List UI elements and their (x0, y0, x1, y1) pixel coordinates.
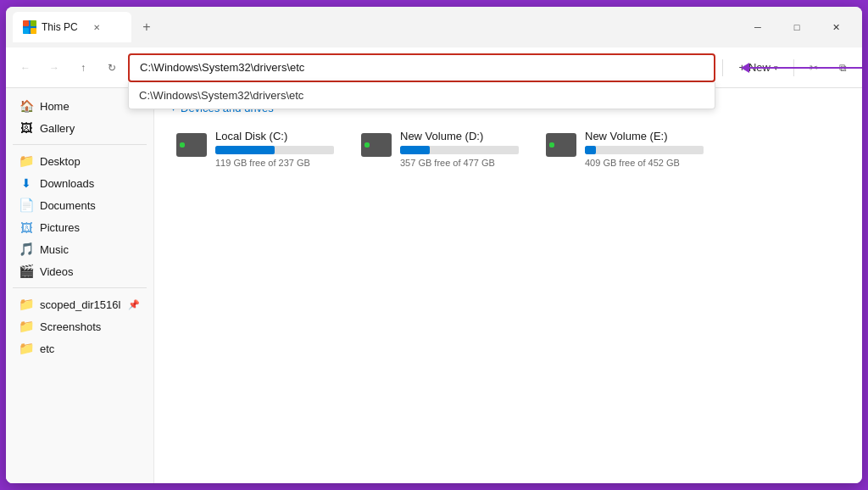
sidebar-item-pictures[interactable]: 🖼 Pictures 📌 (9, 216, 150, 238)
sidebar: 🏠 Home 🖼 Gallery 📁 Desktop 📌 ⬇ Downloads… (6, 88, 154, 483)
sidebar-item-downloads-label: Downloads (40, 177, 94, 190)
toolbar: ← → ↑ ↻ C:\Windows\System32\drivers\etc … (6, 47, 862, 88)
sidebar-item-pictures-label: Pictures (40, 221, 80, 234)
hdd-icon-e (546, 133, 576, 157)
sidebar-item-gallery[interactable]: 🖼 Gallery (9, 117, 150, 139)
title-bar: This PC ✕ + ─ □ ✕ (6, 7, 862, 47)
drive-e-space: 409 GB free of 452 GB (585, 158, 704, 168)
arrow-line (749, 67, 862, 69)
scoped-folder-icon: 📁 (19, 298, 33, 311)
drive-d-item[interactable]: New Volume (D:) 357 GB free of 477 GB (356, 125, 524, 173)
sidebar-divider-1 (13, 144, 147, 145)
drive-c-icon (176, 130, 207, 160)
drive-d-bar-container (400, 146, 519, 154)
explorer-window: This PC ✕ + ─ □ ✕ ← → ↑ ↻ (6, 7, 862, 483)
maximize-button[interactable]: □ (777, 14, 816, 41)
etc-folder-icon: 📁 (19, 342, 33, 355)
sidebar-item-desktop-label: Desktop (40, 155, 81, 168)
desktop-icon: 📁 (19, 154, 33, 168)
sidebar-item-documents-label: Documents (40, 199, 96, 212)
drive-d-bar (400, 146, 430, 154)
drive-e-bar-container (585, 146, 704, 154)
tab-title: This PC (42, 21, 78, 33)
content-area: ▾ Devices and drives Local Disk (C:) (154, 88, 862, 483)
forward-button[interactable]: → (42, 55, 67, 81)
drive-d-name: New Volume (D:) (400, 130, 519, 142)
window-controls: ─ □ ✕ (738, 14, 855, 41)
sidebar-divider-2 (13, 287, 147, 288)
drive-e-bar (585, 146, 596, 154)
drive-c-space: 119 GB free of 237 GB (215, 158, 334, 168)
active-tab[interactable]: This PC ✕ (13, 12, 131, 42)
drive-c-bar-container (215, 146, 334, 154)
documents-icon: 📄 (19, 198, 33, 212)
sidebar-item-screenshots-label: Screenshots (40, 320, 101, 333)
sidebar-item-videos-label: Videos (40, 265, 74, 278)
minimize-button[interactable]: ─ (738, 14, 777, 41)
sidebar-item-desktop[interactable]: 📁 Desktop 📌 (9, 150, 150, 172)
drive-c-item[interactable]: Local Disk (C:) 119 GB free of 237 GB (171, 125, 339, 173)
refresh-button[interactable]: ↻ (99, 55, 125, 81)
downloads-icon: ⬇ (19, 176, 33, 190)
address-bar-container: C:\Windows\System32\drivers\etc (128, 53, 715, 82)
drive-d-icon (361, 130, 392, 160)
drive-e-info: New Volume (E:) 409 GB free of 452 GB (585, 130, 704, 168)
autocomplete-item[interactable]: C:\Windows\System32\drivers\etc (129, 82, 715, 109)
sidebar-item-downloads[interactable]: ⬇ Downloads 📌 (9, 172, 150, 194)
up-button[interactable]: ↑ (70, 55, 96, 81)
sidebar-item-documents[interactable]: 📄 Documents 📌 (9, 194, 150, 216)
refresh-icon: ↻ (108, 62, 116, 74)
up-icon: ↑ (81, 62, 86, 74)
sidebar-item-gallery-label: Gallery (40, 122, 75, 135)
sidebar-item-music-label: Music (40, 243, 69, 256)
sidebar-item-scoped-label: scoped_dir1516l (40, 298, 120, 311)
home-icon: 🏠 (19, 99, 33, 113)
hdd-icon-c (176, 133, 207, 157)
pictures-icon: 🖼 (19, 220, 33, 234)
drive-c-name: Local Disk (C:) (215, 130, 334, 142)
toolbar-separator (722, 59, 723, 76)
forward-icon: → (49, 62, 59, 74)
sidebar-item-scoped[interactable]: 📁 scoped_dir1516l 📌 (9, 293, 150, 315)
sidebar-item-etc-label: etc (40, 342, 54, 355)
screenshots-folder-icon: 📁 (19, 320, 33, 333)
videos-icon: 🎬 (19, 264, 33, 278)
drive-d-info: New Volume (D:) 357 GB free of 477 GB (400, 130, 519, 168)
arrow-head-icon (741, 63, 749, 73)
drive-c-bar (215, 146, 275, 154)
autocomplete-dropdown[interactable]: C:\Windows\System32\drivers\etc (128, 82, 715, 109)
drive-e-icon (546, 130, 576, 160)
drive-e-name: New Volume (E:) (585, 130, 704, 142)
drive-e-item[interactable]: New Volume (E:) 409 GB free of 452 GB (541, 125, 709, 173)
main-area: 🏠 Home 🖼 Gallery 📁 Desktop 📌 ⬇ Downloads… (6, 88, 862, 483)
sidebar-item-screenshots[interactable]: 📁 Screenshots (9, 315, 150, 337)
back-button[interactable]: ← (13, 55, 38, 81)
sidebar-item-home-label: Home (40, 100, 70, 113)
music-icon: 🎵 (19, 242, 33, 256)
drives-grid: Local Disk (C:) 119 GB free of 237 GB (171, 125, 845, 173)
tab-this-pc-icon (23, 20, 36, 34)
drive-c-info: Local Disk (C:) 119 GB free of 237 GB (215, 130, 334, 168)
sidebar-item-videos[interactable]: 🎬 Videos 📌 (9, 260, 150, 282)
sidebar-item-music[interactable]: 🎵 Music 📌 (9, 238, 150, 260)
back-icon: ← (20, 62, 31, 74)
tab-close-button[interactable]: ✕ (90, 20, 103, 34)
gallery-icon: 🖼 (19, 121, 33, 135)
new-tab-button[interactable]: + (135, 15, 159, 39)
address-bar-input[interactable] (128, 53, 715, 82)
close-button[interactable]: ✕ (816, 14, 855, 41)
drive-d-space: 357 GB free of 477 GB (400, 158, 519, 168)
sidebar-item-etc[interactable]: 📁 etc (9, 337, 150, 359)
arrow-annotation (741, 63, 862, 73)
hdd-icon-d (361, 133, 392, 157)
pin-icon-scoped: 📌 (128, 299, 140, 310)
